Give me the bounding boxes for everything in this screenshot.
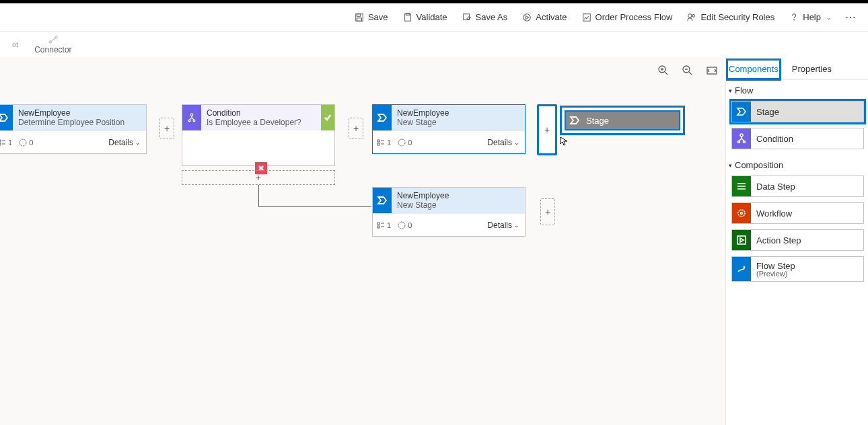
condition-yes-icon (321, 105, 334, 130)
svg-point-9 (794, 20, 795, 20)
stage-card-1[interactable]: NewEmployee Determine Employee Position … (0, 104, 147, 154)
stage-title: New Stage (397, 118, 519, 127)
svg-point-18 (190, 114, 193, 116)
svg-rect-25 (377, 226, 379, 228)
component-stage-label: Stage (751, 107, 863, 117)
svg-rect-21 (377, 140, 379, 142)
save-as-icon (462, 13, 472, 22)
process-icon (582, 13, 591, 22)
cursor-icon (560, 137, 569, 148)
component-flow-step[interactable]: Flow Step(Preview) (731, 256, 864, 282)
stage-entity: NewEmployee (18, 108, 141, 118)
condition-card[interactable]: Condition Is Employee a Developer? (182, 104, 335, 166)
zoom-controls (658, 65, 717, 78)
activate-button[interactable]: Activate (515, 9, 573, 25)
data-step-icon (732, 176, 751, 196)
svg-rect-24 (377, 223, 379, 225)
svg-point-19 (188, 120, 190, 122)
canvas[interactable]: NewEmployee Determine Employee Position … (0, 57, 725, 425)
svg-rect-2 (357, 17, 361, 20)
stage-title: New Stage (397, 200, 519, 210)
security-icon (687, 13, 696, 22)
dropzone-plus-1[interactable]: + (159, 118, 174, 139)
toolbox-connector[interactable]: Connector (34, 35, 71, 54)
validate-icon (403, 13, 412, 22)
zoom-out-button[interactable] (682, 65, 693, 78)
edit-security-button[interactable]: Edit Security Roles (680, 9, 781, 25)
step-count: 1 (0, 139, 12, 147)
component-workflow[interactable]: Workflow (731, 202, 864, 224)
step-count: 1 (377, 139, 391, 147)
zoom-in-button[interactable] (658, 65, 669, 78)
action-step-icon (732, 230, 751, 250)
section-composition-header[interactable]: ▾Composition (726, 155, 868, 173)
svg-point-28 (738, 141, 740, 143)
drag-ghost-label: Stage (583, 112, 609, 129)
process-name-button[interactable]: Order Process Flow (575, 9, 680, 25)
svg-point-5 (523, 13, 531, 21)
dropzone-plus-3[interactable]: + (540, 198, 555, 225)
svg-point-7 (688, 13, 692, 17)
svg-point-30 (738, 210, 745, 217)
edit-security-label: Edit Security Roles (700, 12, 774, 22)
dropzone-active[interactable]: + (537, 104, 557, 155)
component-condition[interactable]: Condition (731, 128, 864, 149)
connector-line (258, 185, 259, 206)
help-label: Help (803, 12, 821, 22)
component-flow-step-label: Flow Step(Preview) (751, 261, 863, 278)
component-data-step[interactable]: Data Step (731, 176, 864, 197)
section-composition-label: Composition (735, 160, 783, 170)
save-label: Save (368, 12, 388, 22)
validate-label: Validate (417, 12, 447, 22)
section-flow-header[interactable]: ▾Flow (726, 80, 868, 98)
stage-chevron-icon (566, 112, 583, 129)
details-toggle[interactable]: Details⌄ (487, 138, 519, 147)
tab-properties[interactable]: Properties (791, 60, 833, 79)
details-toggle[interactable]: Details⌄ (487, 221, 519, 230)
more-button[interactable]: ⋯ (840, 8, 861, 26)
condition-icon (732, 128, 751, 149)
tab-components[interactable]: Components (727, 60, 780, 79)
help-button[interactable]: Help⌄ (783, 9, 838, 25)
component-action-step[interactable]: Action Step (731, 229, 864, 251)
stage-card-2b[interactable]: NewEmployee New Stage 1 0 Details⌄ (372, 187, 526, 237)
svg-point-20 (193, 120, 195, 122)
toolbox-item-cut: ot (12, 40, 18, 48)
svg-rect-16 (0, 143, 1, 145)
component-condition-label: Condition (751, 134, 863, 144)
stage-entity: NewEmployee (397, 191, 519, 200)
component-data-step-label: Data Step (751, 182, 863, 192)
help-icon (789, 13, 799, 22)
svg-point-8 (692, 14, 695, 17)
stage-card-2a[interactable]: NewEmployee New Stage 1 0 Details⌄ (372, 104, 526, 154)
svg-rect-15 (0, 140, 1, 142)
svg-rect-6 (583, 13, 590, 21)
stage-chevron-icon (0, 105, 13, 130)
duration: 0 (398, 221, 412, 229)
svg-point-27 (740, 134, 743, 137)
stage-chevron-icon (373, 188, 392, 213)
save-as-button[interactable]: Save As (456, 9, 515, 25)
svg-point-29 (744, 141, 746, 143)
stage-entity: NewEmployee (397, 108, 519, 118)
command-bar: Save Validate Save As Activate Order Pro… (0, 3, 868, 32)
svg-point-31 (741, 212, 743, 215)
svg-rect-14 (707, 67, 717, 74)
component-workflow-label: Workflow (751, 208, 863, 219)
activate-label: Activate (536, 12, 567, 22)
svg-point-26 (398, 222, 405, 229)
condition-question: Is Employee a Developer? (207, 118, 316, 127)
components-panel: Components Properties ▾Flow Stage Condit… (725, 57, 868, 425)
toolbox-bar: ot Connector (0, 32, 868, 57)
svg-point-17 (20, 139, 26, 146)
dropzone-plus-2[interactable]: + (349, 118, 363, 139)
fit-screen-button[interactable] (707, 65, 717, 78)
save-button[interactable]: Save (348, 9, 395, 25)
details-toggle[interactable]: Details⌄ (108, 138, 141, 147)
dropzone-below-condition[interactable]: + (182, 170, 335, 185)
stage-chevron-icon (732, 102, 751, 122)
validate-button[interactable]: Validate (396, 9, 454, 25)
step-count: 1 (377, 221, 391, 229)
drag-ghost-stage: Stage (560, 106, 685, 135)
component-stage[interactable]: Stage (731, 101, 864, 122)
